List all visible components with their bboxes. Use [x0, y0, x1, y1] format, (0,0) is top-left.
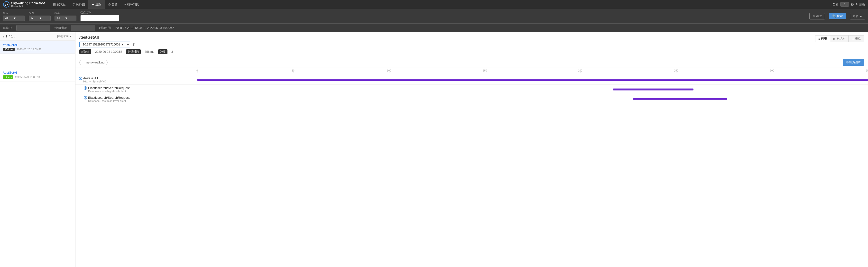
instance-label: 实例 — [29, 11, 51, 15]
sort-icon: ▼ — [69, 35, 72, 38]
trace-item-time: 2020-06-23 19:09:57 — [17, 48, 41, 51]
sort-label-text: 持续时间 — [57, 34, 69, 38]
tick-150: 150 — [483, 69, 487, 72]
logo-subtitle: Rocketbot — [11, 5, 45, 7]
trace-list: /testGetAll 356 ms 2020-06-23 19:09:57 /… — [0, 41, 75, 267]
trace-item-name: /testGetAll — [3, 71, 72, 74]
span-left-2: Elasticsearch/SearchRequest Database - r… — [75, 85, 197, 94]
spans-value: 3 — [172, 50, 173, 54]
status-select[interactable]: All ▼ — [55, 15, 76, 21]
nav-metrics[interactable]: ≡ 指标对比 — [121, 0, 143, 9]
sort-button[interactable]: 持续时间 ▼ — [57, 34, 72, 38]
page-separator: / — [9, 35, 10, 38]
span-name-1: /testGetAll — [83, 76, 98, 80]
view-table-button[interactable]: ⊟ 表格 — [848, 35, 864, 42]
logo-title: Skywalking Rocketbot — [11, 1, 45, 5]
nav-topology[interactable]: ⬡ 拓扑图 — [69, 0, 88, 9]
span-bar-area-2 — [197, 85, 868, 94]
refresh-label: 刷新 — [859, 2, 865, 7]
nav-trace[interactable]: ⬌ 追踪 — [88, 0, 105, 9]
auto-label: 自动 — [833, 2, 838, 7]
export-button[interactable]: 导出为图片 — [843, 59, 864, 66]
topology-icon: ⬡ — [72, 3, 75, 6]
span-left-1: /testGetAll Http → SpringMVC — [75, 75, 197, 85]
spans-tag: 跨度 — [158, 49, 167, 54]
prev-page-button[interactable]: ‹ — [3, 35, 4, 38]
span-row[interactable]: Elasticsearch/SearchRequest Database - r… — [75, 94, 868, 104]
timeline-ruler: 0 50 100 150 200 250 300 350 — [197, 68, 868, 75]
trace-title: /testGetAll — [79, 35, 173, 40]
clear-button[interactable]: ✕ 清空 — [809, 13, 825, 20]
trace-id-input[interactable] — [16, 25, 51, 31]
tree-icon: ⊞ — [833, 37, 836, 41]
span-left-3: Elasticsearch/SearchRequest Database - r… — [75, 94, 197, 104]
endpoint-input[interactable] — [80, 15, 119, 22]
refresh-icon: ↻ — [856, 3, 858, 6]
view-tree-button[interactable]: ⊞ 树结构 — [830, 35, 848, 42]
logo-icon — [3, 1, 10, 8]
page-total: 1 — [11, 35, 13, 38]
more-label: 更多 — [852, 14, 859, 18]
search-icon: 🔍 — [832, 14, 836, 18]
duration-input[interactable] — [71, 25, 95, 31]
span-sub-3: Database - rest-high-level-client — [88, 99, 126, 102]
next-page-button[interactable]: › — [14, 35, 16, 38]
nav-trace-label: 追踪 — [95, 2, 101, 7]
service-select[interactable]: All ▼ — [3, 15, 25, 21]
nav-topology-label: 拓扑图 — [76, 2, 85, 7]
span-dot-3 — [84, 97, 87, 99]
start-value: 2020-06-23 19:09:57 — [95, 50, 122, 54]
span-sub-1: Http → SpringMVC — [83, 80, 106, 83]
span-sub-2: Database - rest-high-level-client — [88, 90, 126, 93]
span-bar-3 — [633, 98, 727, 100]
span-dot-1 — [79, 77, 82, 79]
span-bar-area-1 — [197, 75, 868, 85]
tick-350: 350 — [866, 69, 868, 72]
span-name-3: Elasticsearch/SearchRequest — [88, 96, 130, 99]
nav-metrics-label: 指标对比 — [127, 2, 139, 7]
more-chevron-icon: ▲ — [860, 14, 862, 18]
duration-value: 356 ms — [145, 50, 154, 54]
clear-circle-icon: ✕ — [812, 14, 815, 18]
copy-icon[interactable]: 🗑 — [132, 42, 135, 46]
nav-alarm[interactable]: ◎ 告警 — [105, 0, 121, 9]
tick-300: 300 — [770, 69, 774, 72]
service-label: 服务 — [3, 11, 25, 15]
nav-dashboard-label: 仪表盘 — [57, 2, 66, 7]
time-range-label: 时间范围: — [99, 26, 112, 30]
endpoint-filter-group: 端点名称 — [80, 11, 119, 22]
nav-dashboard[interactable]: ▦ 仪表盘 — [50, 0, 69, 9]
tick-50: 50 — [292, 69, 294, 72]
more-button[interactable]: 更多 ▲ — [850, 13, 865, 20]
refresh-button[interactable]: ↻ 刷新 — [856, 2, 865, 7]
view-table-label: 表格 — [855, 37, 861, 41]
trace-item-name: /testGetAll — [3, 43, 72, 47]
status-filter-group: 状态 All ▼ — [55, 11, 76, 21]
span-row[interactable]: /testGetAll Http → SpringMVC — [75, 75, 868, 85]
start-tag: 起始点 — [79, 49, 91, 54]
search-button[interactable]: 🔍 搜索 — [829, 13, 846, 19]
trace-id-label: 追踪ID: — [3, 26, 12, 30]
instance-select[interactable]: All ▼ — [29, 15, 51, 21]
service-filter-tag[interactable]: ○ my-skywalking — [79, 60, 107, 65]
service-filter-group: 服务 All ▼ — [3, 11, 25, 21]
seconds-label: 秒 — [851, 2, 854, 7]
table-icon: ⊟ — [852, 37, 854, 41]
trace-item-badge: 356 ms — [3, 48, 14, 51]
status-value: All — [57, 16, 60, 20]
view-list-button[interactable]: ≡ 列表 — [815, 35, 830, 42]
auto-seconds-input[interactable]: 6 — [840, 2, 849, 7]
trace-id-select[interactable]: 10.197.15929105978710001 ▼ — [79, 42, 130, 47]
trace-item[interactable]: /testGetAll 14 ms 2020-06-23 19:09:59 — [0, 68, 75, 81]
span-row[interactable]: Elasticsearch/SearchRequest Database - r… — [75, 85, 868, 94]
span-bar-1 — [197, 79, 868, 81]
trace-icon: ⬌ — [92, 3, 94, 6]
dashboard-icon: ▦ — [53, 3, 56, 6]
trace-item[interactable]: /testGetAll 356 ms 2020-06-23 19:09:57 — [0, 41, 75, 54]
service-dot-icon: ○ — [83, 61, 84, 64]
tick-0: 0 — [196, 69, 198, 72]
tick-200: 200 — [578, 69, 582, 72]
metrics-icon: ≡ — [124, 3, 126, 6]
tick-250: 250 — [674, 69, 678, 72]
svg-point-0 — [3, 1, 9, 7]
